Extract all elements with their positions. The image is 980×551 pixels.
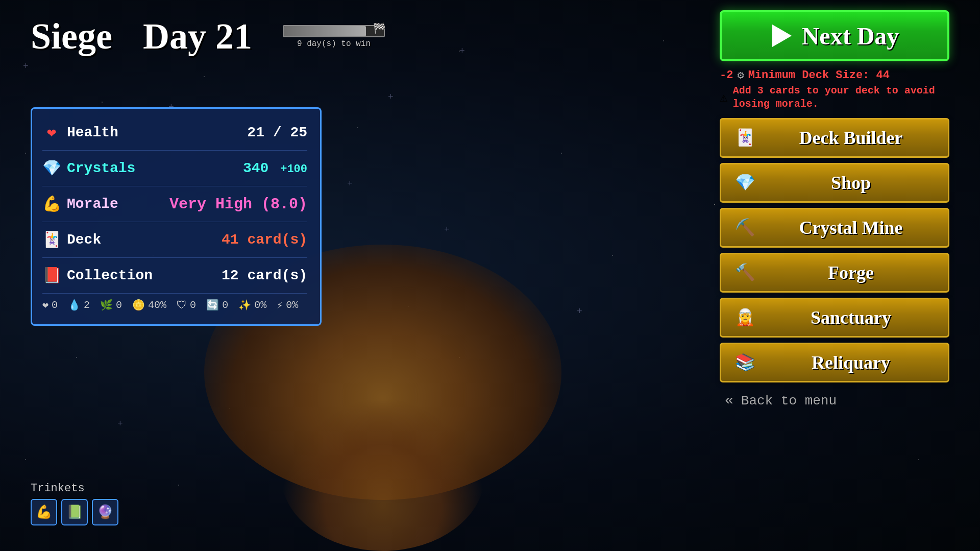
mini-stat-4: 🛡 0 [177, 299, 196, 312]
header: Siege Day 21 🏁 9 day(s) to win [31, 15, 385, 58]
mini-stat-1: 💧 2 [68, 299, 90, 312]
decoration: + [23, 61, 29, 71]
morale-text: Morale [67, 196, 118, 212]
forge-label: Forge [767, 262, 935, 283]
divider-4 [42, 257, 307, 258]
morale-value: Very High (8.0) [169, 196, 307, 213]
back-menu-label: Back to menu [741, 393, 837, 409]
deck-row: 🃏 Deck 41 card(s) [42, 226, 307, 253]
day-counter: Day 21 [143, 15, 252, 58]
mini-stat-3: 🪙 40% [132, 299, 166, 312]
next-day-label: Next Day [802, 22, 899, 50]
crystals-icon: 💎 [42, 159, 61, 178]
crystals-amount: 340 [243, 160, 268, 176]
warning-row: ⚠️ Add 3 cards to your deck to avoid los… [720, 84, 949, 111]
sanctuary-button[interactable]: 🧝 Sanctuary [720, 298, 949, 338]
deck-icon: 🃏 [42, 230, 61, 249]
mini-stat-0: ❤️ 0 [42, 299, 58, 312]
crystals-label: 💎 Crystals [42, 159, 135, 178]
shop-icon: 💎 [734, 173, 756, 193]
mini-val-refresh: 0 [222, 299, 228, 311]
sanctuary-icon: 🧝 [734, 307, 756, 328]
collection-row: 📕 Collection 12 card(s) [42, 262, 307, 289]
divider-2 [42, 186, 307, 186]
right-panel: Next Day -2 ⚙ Minimum Deck Size: 44 ⚠️ A… [720, 10, 949, 414]
trinket-item-0[interactable]: 💪 [31, 499, 57, 525]
health-text: Health [67, 125, 118, 140]
forge-icon: 🔨 [734, 262, 756, 283]
mini-stat-6: ✨ 0% [238, 299, 266, 312]
terrain-blob-2 [281, 398, 485, 551]
progress-bar-wrap: 🏁 [283, 25, 385, 37]
trinkets-label: Trinkets [31, 482, 118, 495]
progress-flag-icon: 🏁 [373, 22, 386, 35]
shop-label: Shop [767, 172, 935, 194]
divider-5 [42, 293, 307, 294]
deck-label: 🃏 Deck [42, 230, 101, 249]
health-value: 21 / 25 [247, 125, 307, 140]
mini-stat-7: ⚡ 0% [277, 299, 298, 312]
cost-icon: ⚙ [737, 68, 744, 82]
crystals-row: 💎 Crystals 340 +100 [42, 155, 307, 182]
mini-stat-5: 🔄 0 [206, 299, 228, 312]
reliquary-label: Reliquary [767, 352, 935, 373]
mini-icon-water: 💧 [68, 299, 81, 312]
min-deck-text: Minimum Deck Size: 44 [748, 69, 890, 82]
crystal-mine-label: Crystal Mine [767, 217, 935, 238]
morale-icon: 💪 [42, 195, 61, 213]
mini-icon-heart: ❤️ [42, 299, 48, 312]
mini-val-heart: 0 [52, 299, 58, 311]
shop-button[interactable]: 💎 Shop [720, 163, 949, 203]
back-to-menu[interactable]: « Back to menu [720, 388, 949, 414]
trinkets-row: 💪 📗 🔮 [31, 499, 118, 525]
divider-3 [42, 222, 307, 222]
decoration: + [577, 306, 582, 317]
reliquary-button[interactable]: 📚 Reliquary [720, 343, 949, 382]
crystal-mine-button[interactable]: ⛏️ Crystal Mine [720, 208, 949, 248]
mini-val-leaf: 0 [116, 299, 122, 311]
play-icon [772, 25, 792, 47]
crystal-mine-icon: ⛏️ [734, 218, 756, 238]
bottom-stats: ❤️ 0 💧 2 🌿 0 🪙 40% 🛡 0 🔄 0 ✨ 0% ⚡ 0 [42, 299, 307, 312]
collection-value: 12 card(s) [222, 268, 307, 283]
decoration: + [117, 419, 123, 429]
divider-1 [42, 150, 307, 151]
crystals-text: Crystals [67, 160, 135, 176]
back-arrow-icon: « [725, 393, 733, 409]
collection-text: Collection [67, 268, 153, 283]
mini-val-water: 2 [84, 299, 90, 311]
health-icon: ❤️ [42, 123, 61, 142]
forge-button[interactable]: 🔨 Forge [720, 253, 949, 293]
decoration: + [444, 225, 450, 235]
morale-row: 💪 Morale Very High (8.0) [42, 190, 307, 218]
cost-row: -2 ⚙ Minimum Deck Size: 44 [720, 68, 949, 82]
deck-text: Deck [67, 232, 101, 248]
trinket-item-1[interactable]: 📗 [61, 499, 88, 525]
mini-val-shield: 0 [190, 299, 196, 311]
mini-icon-shield: 🛡 [177, 299, 187, 312]
trinkets-section: Trinkets 💪 📗 🔮 [31, 482, 118, 525]
mini-icon-spark: ✨ [238, 299, 251, 312]
health-label: ❤️ Health [42, 123, 118, 142]
progress-bar-fill [284, 26, 366, 36]
deck-builder-label: Deck Builder [767, 127, 935, 149]
mini-icon-bolt: ⚡ [277, 299, 283, 312]
warning-triangle-icon: ⚠️ [720, 89, 728, 106]
deck-builder-button[interactable]: 🃏 Deck Builder [720, 118, 949, 158]
cost-value: -2 [720, 69, 733, 82]
mini-icon-leaf: 🌿 [100, 299, 113, 312]
crystals-value: 340 +100 [243, 160, 307, 176]
game-title: Siege [31, 15, 112, 58]
mini-stat-2: 🌿 0 [100, 299, 122, 312]
progress-container: 🏁 9 day(s) to win [283, 25, 385, 49]
deck-builder-icon: 🃏 [734, 128, 756, 148]
mini-val-spark: 0% [254, 299, 266, 311]
health-row: ❤️ Health 21 / 25 [42, 119, 307, 146]
collection-icon: 📕 [42, 266, 61, 285]
stats-panel: ❤️ Health 21 / 25 💎 Crystals 340 +100 💪 … [31, 107, 322, 326]
decoration: + [388, 92, 394, 102]
warning-text: Add 3 cards to your deck to avoid losing… [733, 84, 949, 111]
morale-label: 💪 Morale [42, 195, 118, 213]
next-day-button[interactable]: Next Day [720, 10, 949, 61]
trinket-item-2[interactable]: 🔮 [92, 499, 118, 525]
